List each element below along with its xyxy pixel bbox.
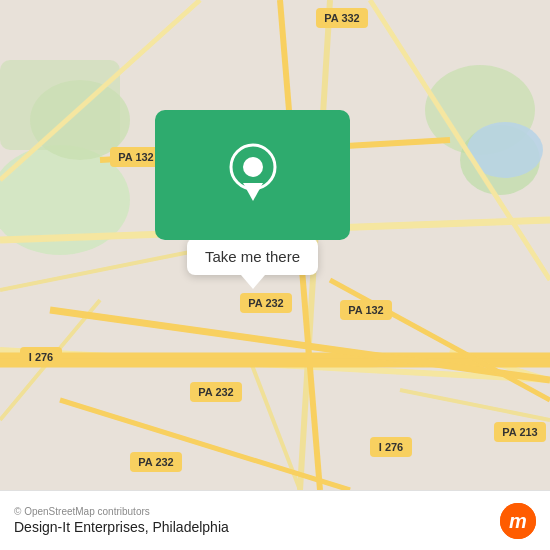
popup-arrow xyxy=(241,275,265,289)
location-name: Design-It Enterprises, Philadelphia xyxy=(14,519,229,535)
svg-text:PA 232: PA 232 xyxy=(138,456,173,468)
popup-green-background xyxy=(155,110,350,240)
take-me-there-button[interactable]: Take me there xyxy=(187,238,318,275)
svg-text:PA 232: PA 232 xyxy=(198,386,233,398)
svg-point-44 xyxy=(243,157,263,177)
svg-marker-45 xyxy=(243,183,263,201)
svg-text:PA 213: PA 213 xyxy=(502,426,537,438)
map-container: PA 332 PA 132 PA 232 PA 132 I 276 PA 232… xyxy=(0,0,550,490)
svg-text:m: m xyxy=(509,510,527,532)
svg-text:PA 132: PA 132 xyxy=(348,304,383,316)
svg-text:PA 332: PA 332 xyxy=(324,12,359,24)
moovit-logo: m xyxy=(500,503,536,539)
location-popup: Take me there xyxy=(155,110,350,289)
svg-text:PA 132: PA 132 xyxy=(118,151,153,163)
bottom-left-info: © OpenStreetMap contributors Design-It E… xyxy=(14,506,229,535)
osm-credit: © OpenStreetMap contributors xyxy=(14,506,229,517)
svg-rect-3 xyxy=(0,60,120,150)
svg-text:I 276: I 276 xyxy=(29,351,53,363)
moovit-logo-icon: m xyxy=(500,503,536,539)
bottom-bar: © OpenStreetMap contributors Design-It E… xyxy=(0,490,550,550)
svg-text:PA 232: PA 232 xyxy=(248,297,283,309)
moovit-icon: m xyxy=(500,503,536,539)
location-pin-icon xyxy=(225,141,281,209)
svg-text:I 276: I 276 xyxy=(379,441,403,453)
